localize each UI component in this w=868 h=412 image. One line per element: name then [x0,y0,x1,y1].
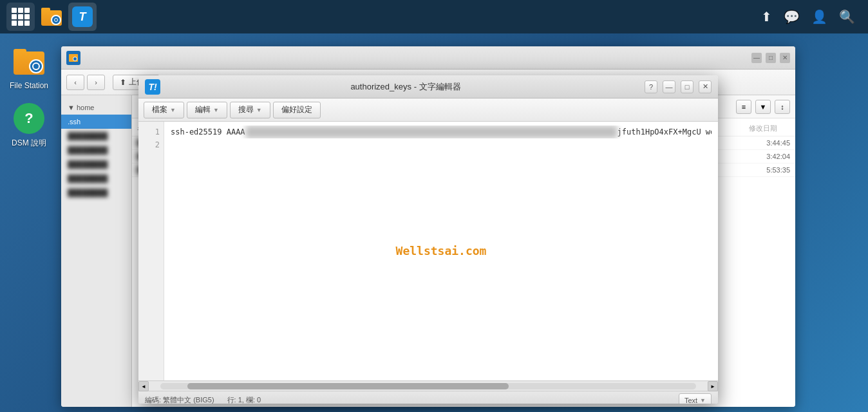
left-panel: File Station ? DSM 說明 [0,33,58,412]
fs-minimize-btn[interactable]: — [751,53,762,63]
user-icon[interactable]: 👤 [811,9,827,24]
fs-maximize-btn[interactable]: □ [766,53,776,63]
te-app-icon: T! [145,79,160,95]
fs-date-3: 5:53:35 [732,166,790,174]
grid-icon [12,8,30,26]
te-line-numbers: 1 2 [138,122,164,380]
taskbar: T ⬆ 💬 👤 🔍 [0,0,868,33]
te-scrollbar: ◄ ► [138,380,718,391]
fs-sidebar: ▼ home .ssh ████████ ████████ ████████ █… [61,95,132,407]
line1-middle: XXXXXXXXXXXXXXXXXXXXXXXXXXXXXXXXXXXXXXXX… [245,126,618,138]
te-minimize-btn[interactable]: — [663,80,675,93]
desktop-icon-filestation[interactable]: File Station [3,46,55,90]
fs-forward-btn[interactable]: › [87,75,105,90]
fs-sidebar-file4[interactable]: ████████ [61,171,131,185]
te-menu-prefs[interactable]: 偏好設定 [273,102,321,118]
scroll-left-btn[interactable]: ◄ [138,381,149,391]
te-menu-file[interactable]: 檔案 ▼ [144,102,184,118]
upload-arrow-icon: ⬆ [120,78,126,87]
te-statusbar-right: Text ▼ [679,393,712,404]
fs-sort-dropdown-btn[interactable]: ▼ [755,100,771,114]
line1-start: ssh-ed25519 AAAA [171,127,245,136]
fs-sidebar-file3[interactable]: ████████ [61,157,131,171]
watermark: Wellstsai.com [396,245,487,258]
te-menu-search[interactable]: 搜尋 ▼ [230,102,270,118]
dsm-icon: ? [14,103,44,134]
fs-close-btn[interactable]: ✕ [780,53,790,63]
taskbar-app-texteditor[interactable]: T [68,3,97,31]
te-help-btn[interactable]: ? [645,80,657,93]
text-editor-window: T! authorized_keys - 文字編輯器 ? — □ ✕ 檔案 ▼ … [138,75,718,404]
scroll-track[interactable] [160,383,696,389]
upload-icon[interactable]: ⬆ [761,9,772,24]
chat-icon[interactable]: 💬 [784,9,800,24]
filestation-label: File Station [10,81,48,90]
te-lang-label: Text [684,397,697,404]
desktop-icon-dsm[interactable]: ? DSM 說明 [3,103,55,149]
fs-back-btn[interactable]: ‹ [66,75,84,90]
fs-titlebar: — □ ✕ [61,46,795,70]
filestation-desktop-icon [14,49,44,75]
te-lang-arrow: ▼ [700,397,706,404]
te-editor: 1 2 ssh-ed25519 AAAAXXXXXXXXXXXXXXXXXXXX… [138,122,718,380]
edit-menu-arrow: ▼ [213,107,219,113]
te-lang-selector[interactable]: Text ▼ [679,393,712,404]
te-title: authorized_keys - 文字編輯器 [167,81,645,93]
te-code-area[interactable]: ssh-ed25519 AAAAXXXXXXXXXXXXXXXXXXXXXXXX… [164,122,718,380]
te-statusbar: 編碼: 繁體中文 (BIG5) 行: 1, 欄: 0 Text ▼ [138,391,718,404]
te-position: 行: 1, 欄: 0 [227,395,261,404]
te-line-2 [171,138,712,151]
te-close-btn[interactable]: ✕ [699,80,712,93]
fs-sidebar-file5[interactable]: ████████ [61,185,131,200]
te-titlebar: T! authorized_keys - 文字編輯器 ? — □ ✕ [138,75,718,98]
fs-sidebar-file2[interactable]: ████████ [61,143,131,157]
fs-window-controls: — □ ✕ [751,53,790,63]
fs-sort-order-btn[interactable]: ↕ [775,100,790,114]
taskbar-app-filestation[interactable] [37,3,66,31]
te-menubar: 檔案 ▼ 編輯 ▼ 搜尋 ▼ 偏好設定 [138,98,718,122]
scroll-thumb [187,383,509,389]
fs-col-date: 修改日期 [719,124,777,133]
te-maximize-btn[interactable]: □ [681,80,693,93]
fs-titlebar-icon [66,51,80,65]
te-win-controls: ? — □ ✕ [645,80,712,93]
texteditor-taskbar-icon: T [72,6,93,27]
search-menu-arrow: ▼ [256,107,262,113]
fs-date-1: 3:44:45 [732,139,790,147]
taskbar-app-grid[interactable] [6,3,35,31]
te-line-1: ssh-ed25519 AAAAXXXXXXXXXXXXXXXXXXXXXXXX… [171,126,712,138]
taskbar-apps: T [6,3,97,31]
taskbar-right: ⬆ 💬 👤 🔍 [761,9,862,24]
dsm-label: DSM 說明 [12,138,46,149]
filestation-taskbar-icon [41,8,62,26]
fs-sort-btn[interactable]: ≡ [736,100,751,114]
te-encoding: 編碼: 繁體中文 (BIG5) [145,395,214,404]
te-menu-edit[interactable]: 編輯 ▼ [187,102,227,118]
file-menu-arrow: ▼ [170,107,176,113]
search-icon[interactable]: 🔍 [839,9,855,24]
line1-end: jfuth1HpO4xFX+MgcU wells [618,127,712,136]
fs-sidebar-home[interactable]: ▼ home [61,100,131,115]
desktop: File Station ? DSM 說明 — □ ✕ [0,33,868,412]
fs-date-2: 3:42:04 [732,153,790,160]
scroll-right-btn[interactable]: ► [708,381,718,391]
fs-sidebar-ssh[interactable]: .ssh [61,115,131,129]
fs-sidebar-file1[interactable]: ████████ [61,129,131,143]
